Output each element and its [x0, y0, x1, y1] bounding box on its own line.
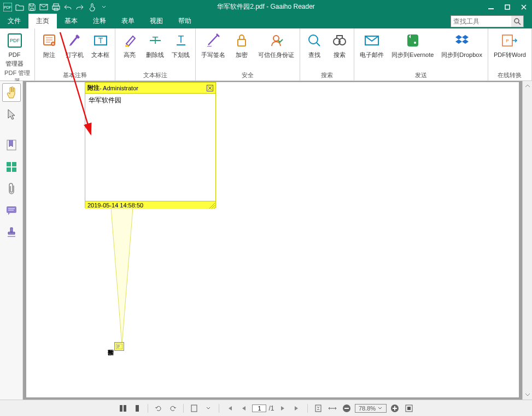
strikethrough-icon: T [147, 32, 164, 49]
redo-icon[interactable] [74, 2, 85, 13]
comments-panel-button[interactable] [2, 201, 21, 220]
titlebar: PDF 华军软件园2.pdf - Gaaiho Reader [0, 0, 532, 14]
stamp-tool[interactable] [2, 223, 21, 242]
signature-button[interactable]: 手写签名 [198, 30, 229, 59]
attachments-panel-button[interactable] [2, 180, 21, 198]
save-icon[interactable] [26, 2, 37, 13]
last-page-button[interactable] [291, 403, 303, 414]
svg-text:T: T [98, 36, 103, 45]
svg-rect-34 [7, 206, 16, 213]
fullscreen-icon[interactable] [403, 403, 415, 414]
window-title: 华军软件园2.pdf - Gaaiho Reader [217, 2, 315, 11]
first-page-button[interactable] [224, 403, 236, 414]
typewriter-button[interactable]: 打字机 [62, 30, 87, 59]
ribbon-group: PPDF转Word在线转换 [488, 28, 532, 80]
ribbon-button-label: 同步到Evernote [391, 51, 434, 59]
menu-file[interactable]: 文件 [0, 14, 28, 28]
rotate-ccw-icon[interactable] [153, 403, 165, 414]
maximize-button[interactable] [499, 0, 516, 14]
encrypt-icon [233, 32, 250, 49]
layout-single-icon[interactable] [131, 403, 143, 414]
zoom-level-field[interactable]: 78.8% [355, 404, 387, 413]
page-number-input[interactable] [252, 405, 266, 412]
ribbon-group-label: 搜索 [302, 70, 352, 80]
pdf-to-word-icon: P [501, 32, 518, 49]
svg-rect-3 [54, 4, 59, 6]
mail-icon[interactable] [38, 2, 49, 13]
minimize-button[interactable] [483, 0, 499, 14]
pdf-manager-button[interactable]: PDFPDF管理器 [2, 30, 27, 68]
window-controls [483, 0, 532, 14]
page-layout-icon[interactable] [188, 403, 200, 414]
vertical-scrollbar[interactable] [522, 81, 532, 400]
divider [219, 404, 219, 413]
svg-rect-6 [488, 8, 494, 9]
zoom-in-button[interactable] [389, 403, 401, 414]
svg-rect-4 [52, 6, 60, 9]
print-icon[interactable] [50, 2, 61, 13]
svg-rect-41 [315, 405, 321, 412]
ribbon-button-label: PDF [9, 51, 21, 59]
ribbon-button-label: 电子邮件 [360, 51, 384, 59]
evernote-button[interactable]: 同步到Evernote [388, 30, 437, 59]
ribbon-button-label: 打字机 [66, 51, 84, 59]
ribbon-button-label: 下划线 [172, 51, 190, 59]
menubar: 文件 主页 基本 注释 表单 视图 帮助 [0, 14, 532, 28]
menu-home[interactable]: 主页 [28, 14, 57, 28]
svg-rect-40 [191, 405, 197, 412]
strikethrough-button[interactable]: T删除线 [143, 30, 167, 59]
thumbnails-panel-button[interactable] [2, 158, 21, 176]
search-binoculars-button[interactable]: 搜索 [328, 30, 352, 59]
trusted-id-button[interactable]: 可信任身份证 [255, 30, 297, 59]
highlight-button[interactable]: 高亮 [118, 30, 142, 59]
menu-annotate[interactable]: 注释 [85, 14, 114, 28]
touch-mode-icon[interactable] [86, 2, 97, 13]
pdf-badge-icon[interactable]: PDF [2, 2, 13, 13]
next-page-button[interactable] [277, 403, 289, 414]
zoom-out-button[interactable] [341, 403, 353, 414]
layout-continuous-icon[interactable] [117, 403, 129, 414]
svg-point-8 [515, 19, 519, 23]
sticky-note-popup[interactable]: 附注 - Administrator 华军软件园 2019-05-14 14:5… [85, 82, 216, 208]
sticky-note-body[interactable]: 华军软件园 [85, 94, 215, 201]
prev-page-button[interactable] [238, 403, 250, 414]
underline-button[interactable]: T下划线 [168, 30, 193, 59]
menu-forms[interactable]: 表单 [114, 14, 142, 28]
encrypt-button[interactable]: 加密 [230, 30, 254, 59]
qat-dropdown-icon[interactable] [98, 2, 109, 13]
textbox-button[interactable]: T文本框 [88, 30, 113, 59]
email-button[interactable]: 电子邮件 [356, 30, 387, 59]
fit-width-icon[interactable] [326, 403, 338, 414]
open-icon[interactable] [14, 2, 25, 13]
search-binoculars-icon [331, 32, 348, 49]
find-button[interactable]: 查找 [302, 30, 326, 59]
ribbon-group-label: 文本标注 [118, 70, 193, 80]
ribbon-button-label: 搜索 [334, 51, 346, 59]
close-button[interactable] [516, 0, 532, 14]
undo-icon[interactable] [62, 2, 73, 13]
ribbon-button-label: 同步到Dropbox [441, 51, 482, 59]
sticky-note-header[interactable]: 附注 - Administrator [85, 83, 215, 94]
statusbar: /1 78.8% [0, 400, 532, 416]
menu-basic[interactable]: 基本 [57, 14, 85, 28]
page-layout-dropdown-icon[interactable] [202, 403, 214, 414]
note-leader-line [111, 208, 155, 350]
svg-rect-31 [12, 162, 16, 166]
bookmark-panel-button[interactable] [2, 136, 21, 154]
hand-tool[interactable] [2, 83, 21, 102]
resize-handle-icon[interactable] [209, 203, 215, 209]
dropbox-button[interactable]: 同步到Dropbox [438, 30, 486, 59]
menu-view[interactable]: 视图 [142, 14, 171, 28]
note-button[interactable]: 附注 [37, 30, 61, 59]
tool-search-button[interactable] [511, 16, 523, 27]
sticky-note-page-icon[interactable] [114, 342, 124, 351]
select-tool[interactable] [2, 105, 21, 124]
pdf-to-word-button[interactable]: PPDF转Word [490, 30, 529, 59]
fit-page-icon[interactable] [312, 403, 324, 414]
ribbon-button-sublabel: 管理器 [5, 60, 24, 68]
menu-help[interactable]: 帮助 [171, 14, 199, 28]
svg-rect-30 [7, 162, 11, 166]
sticky-note-close-button[interactable] [207, 85, 213, 91]
rotate-cw-icon[interactable] [167, 403, 179, 414]
tool-search-input[interactable] [451, 18, 511, 25]
